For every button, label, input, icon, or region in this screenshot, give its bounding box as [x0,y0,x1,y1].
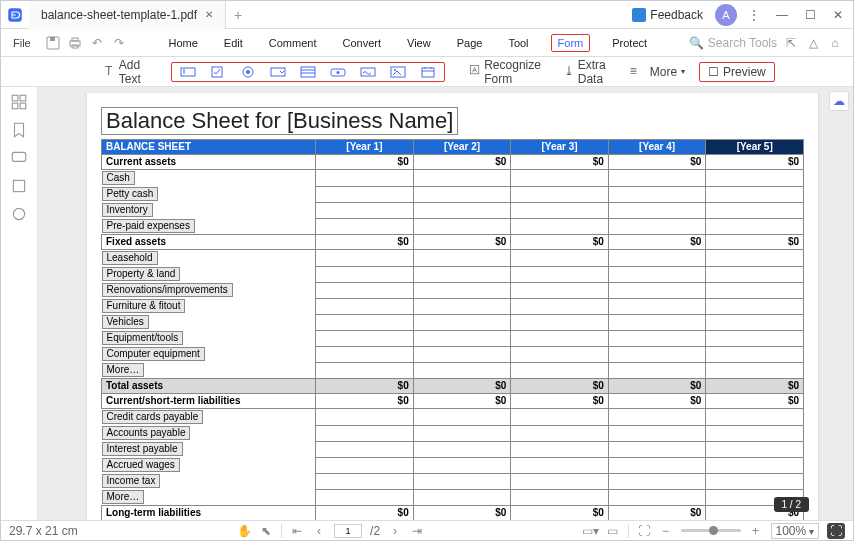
amount-cell[interactable] [706,409,804,426]
item-label[interactable]: Petty cash [102,186,316,202]
amount-cell[interactable] [608,489,706,506]
maximize-button[interactable]: ☐ [799,4,821,26]
close-window-button[interactable]: ✕ [827,4,849,26]
more-button[interactable]: ≡ More ▾ [626,62,689,82]
last-page-icon[interactable]: ⇥ [410,524,424,538]
amount-cell[interactable]: $0 [511,379,609,394]
kebab-menu-icon[interactable]: ⋮ [743,4,765,26]
item-label[interactable]: Accounts payable [102,425,316,441]
amount-cell[interactable] [413,473,511,489]
checkbox-field-icon[interactable] [210,65,226,79]
amount-cell[interactable] [511,473,609,489]
item-label[interactable]: More… [102,362,316,379]
user-avatar[interactable]: A [715,4,737,26]
amount-cell[interactable] [316,425,414,441]
amount-cell[interactable] [608,441,706,457]
cloud-icon[interactable]: ☁ [829,91,849,111]
amount-cell[interactable] [511,298,609,314]
amount-cell[interactable]: $0 [706,235,804,250]
listbox-field-icon[interactable] [300,65,316,79]
amount-cell[interactable]: $0 [608,155,706,170]
amount-cell[interactable]: $0 [316,506,414,521]
zoom-out-icon[interactable]: − [659,524,673,538]
amount-cell[interactable]: $0 [413,155,511,170]
page-number-input[interactable] [334,524,362,538]
amount-cell[interactable]: $0 [706,379,804,394]
image-field-icon[interactable] [390,65,406,79]
search-tools[interactable]: 🔍 Search Tools [689,36,777,50]
menu-form[interactable]: Form [551,34,591,52]
extra-data-button[interactable]: ⤓ Extra Data [560,56,616,88]
item-label[interactable]: Credit cards payable [102,409,316,426]
amount-cell[interactable] [316,489,414,506]
amount-cell[interactable] [706,441,804,457]
amount-cell[interactable] [511,202,609,218]
amount-cell[interactable] [316,250,414,267]
close-tab-icon[interactable]: ✕ [205,9,213,20]
amount-cell[interactable] [413,409,511,426]
amount-cell[interactable] [608,473,706,489]
amount-cell[interactable] [608,362,706,379]
amount-cell[interactable] [413,330,511,346]
item-label[interactable]: Renovations/improvements [102,282,316,298]
menu-protect[interactable]: Protect [608,35,651,51]
amount-cell[interactable] [706,186,804,202]
amount-cell[interactable] [706,170,804,187]
document-tab[interactable]: balance-sheet-template-1.pdf ✕ [29,1,226,29]
item-label[interactable]: Cash [102,170,316,187]
amount-cell[interactable] [316,409,414,426]
amount-cell[interactable] [511,489,609,506]
file-menu[interactable]: File [5,37,39,49]
text-field-icon[interactable] [180,65,196,79]
amount-cell[interactable] [511,441,609,457]
redo-icon[interactable]: ↷ [111,36,127,50]
view-mode-icon[interactable]: ▭▾ [584,524,598,538]
button-field-icon[interactable] [330,65,346,79]
share-icon[interactable]: ⇱ [783,35,799,51]
radio-field-icon[interactable] [240,65,256,79]
amount-cell[interactable] [413,170,511,187]
amount-cell[interactable] [608,409,706,426]
amount-cell[interactable] [413,218,511,235]
amount-cell[interactable] [608,425,706,441]
amount-cell[interactable] [608,330,706,346]
item-label[interactable]: Computer equipment [102,346,316,362]
amount-cell[interactable] [511,170,609,187]
amount-cell[interactable]: $0 [608,506,706,521]
date-field-icon[interactable] [420,65,436,79]
amount-cell[interactable]: $0 [608,235,706,250]
amount-cell[interactable] [706,282,804,298]
amount-cell[interactable]: $0 [316,155,414,170]
amount-cell[interactable]: $0 [706,155,804,170]
amount-cell[interactable]: $0 [511,506,609,521]
amount-cell[interactable]: $0 [316,394,414,409]
recognize-form-button[interactable]: Recognize Form [465,56,550,88]
amount-cell[interactable] [511,362,609,379]
add-text-button[interactable]: T Add Text [101,56,151,88]
undo-icon[interactable]: ↶ [89,36,105,50]
amount-cell[interactable] [316,218,414,235]
amount-cell[interactable] [511,457,609,473]
signature-field-icon[interactable] [360,65,376,79]
amount-cell[interactable] [706,346,804,362]
amount-cell[interactable] [511,330,609,346]
amount-cell[interactable] [413,441,511,457]
amount-cell[interactable] [511,186,609,202]
amount-cell[interactable] [706,298,804,314]
amount-cell[interactable]: $0 [413,394,511,409]
amount-cell[interactable] [413,425,511,441]
amount-cell[interactable] [608,346,706,362]
menu-comment[interactable]: Comment [265,35,321,51]
amount-cell[interactable] [706,362,804,379]
menu-page[interactable]: Page [453,35,487,51]
amount-cell[interactable] [413,457,511,473]
amount-cell[interactable] [316,186,414,202]
amount-cell[interactable] [316,266,414,282]
hand-tool-icon[interactable]: ✋ [237,524,251,538]
item-label[interactable]: Property & land [102,266,316,282]
print-icon[interactable] [67,36,83,50]
save-icon[interactable] [45,36,61,50]
amount-cell[interactable] [316,282,414,298]
item-label[interactable]: Vehicles [102,314,316,330]
preview-button[interactable]: ☐ Preview [699,62,775,82]
